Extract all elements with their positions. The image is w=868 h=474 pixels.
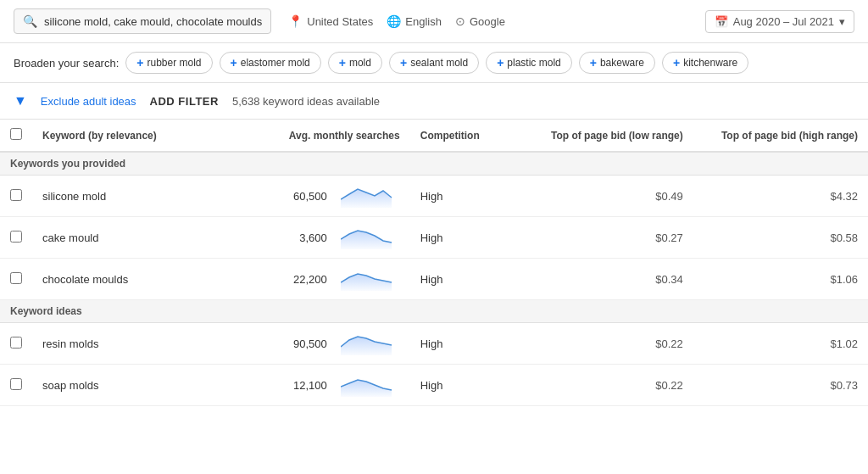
search-text: silicone mold, cake mould, chocolate mou… xyxy=(44,15,262,28)
keyword-cell: soap molds xyxy=(32,365,221,406)
row-checkbox-cell xyxy=(0,176,32,217)
keyword-cell: silicone mold xyxy=(32,176,221,217)
row-checkbox[interactable] xyxy=(10,189,22,201)
avg-value: 60,500 xyxy=(293,190,327,203)
location-label: United States xyxy=(307,15,373,28)
exclude-adult-link[interactable]: Exclude adult ideas xyxy=(41,95,136,108)
ideas-count: 5,638 keyword ideas available xyxy=(232,95,380,108)
broaden-chip-plastic-mold[interactable]: + plastic mold xyxy=(486,52,572,74)
sparkline-chart xyxy=(341,332,400,355)
bid-low-cell: $0.22 xyxy=(523,365,693,406)
engine-icon: ⊙ xyxy=(455,14,465,28)
funnel-icon: ▼ xyxy=(14,93,27,109)
plus-icon: + xyxy=(673,56,680,70)
calendar-icon: 📅 xyxy=(715,15,728,28)
competition-cell: High xyxy=(410,323,524,365)
chevron-down-icon: ▾ xyxy=(839,15,845,28)
avg-value: 22,200 xyxy=(293,273,327,286)
bid-high-cell: $0.73 xyxy=(693,365,868,406)
bid-low-cell: $0.34 xyxy=(523,259,693,300)
bid-high-cell: $0.58 xyxy=(693,217,868,259)
plus-icon: + xyxy=(400,56,407,70)
bid-high-cell: $1.02 xyxy=(693,323,868,365)
location-icon: 📍 xyxy=(288,14,303,28)
add-filter-button[interactable]: ADD FILTER xyxy=(150,95,219,108)
section-header-row: Keyword ideas xyxy=(0,300,868,323)
row-checkbox[interactable] xyxy=(10,337,22,349)
row-checkbox[interactable] xyxy=(10,272,22,284)
row-checkbox-cell xyxy=(0,323,32,365)
table-row: soap molds 12,100 xyxy=(0,365,868,406)
plus-icon: + xyxy=(231,56,237,70)
competition-cell: High xyxy=(410,176,524,217)
bid-low-cell: $0.27 xyxy=(523,217,693,259)
chip-label: sealant mold xyxy=(410,57,468,69)
th-avg-monthly: Avg. monthly searches xyxy=(221,120,410,152)
broaden-chip-sealant-mold[interactable]: + sealant mold xyxy=(389,52,479,74)
sparkline-chart xyxy=(341,184,400,208)
row-checkbox-cell xyxy=(0,259,32,300)
keywords-table: Keyword (by relevance) Avg. monthly sear… xyxy=(0,120,868,406)
avg-value: 12,100 xyxy=(293,379,327,392)
avg-value: 3,600 xyxy=(299,231,327,244)
broaden-chip-bakeware[interactable]: + bakeware xyxy=(579,52,655,74)
avg-monthly-cell: 3,600 xyxy=(221,217,410,259)
date-range-label: Aug 2020 – Jul 2021 xyxy=(733,15,834,28)
row-checkbox[interactable] xyxy=(10,378,22,390)
language-selector[interactable]: 🌐 English xyxy=(387,14,442,28)
th-bid-high: Top of page bid (high range) xyxy=(693,120,868,152)
language-icon: 🌐 xyxy=(387,14,401,28)
keyword-cell: chocolate moulds xyxy=(32,259,221,300)
th-competition: Competition xyxy=(410,120,524,152)
chip-label: rubber mold xyxy=(147,57,201,69)
broaden-bar: Broaden your search: + rubber mold + ela… xyxy=(0,43,868,83)
bid-low-cell: $0.22 xyxy=(523,323,693,365)
th-bid-low: Top of page bid (low range) xyxy=(523,120,693,152)
table-row: silicone mold 60,500 xyxy=(0,176,868,217)
avg-monthly-cell: 22,200 xyxy=(221,259,410,300)
date-range-selector[interactable]: 📅 Aug 2020 – Jul 2021 ▾ xyxy=(705,10,854,33)
th-keyword: Keyword (by relevance) xyxy=(32,120,221,152)
bid-low-cell: $0.49 xyxy=(523,176,693,217)
plus-icon: + xyxy=(590,56,597,70)
chip-label: mold xyxy=(349,57,371,69)
competition-cell: High xyxy=(410,365,524,406)
avg-monthly-cell: 12,100 xyxy=(221,365,410,406)
engine-label: Google xyxy=(470,15,505,28)
keyword-cell: cake mould xyxy=(32,217,221,259)
bid-high-cell: $1.06 xyxy=(693,259,868,300)
select-all-checkbox[interactable] xyxy=(10,128,22,140)
table-row: resin molds 90,500 xyxy=(0,323,868,365)
broaden-label: Broaden your search: xyxy=(14,57,119,70)
search-icon: 🔍 xyxy=(23,14,37,28)
avg-value: 90,500 xyxy=(293,337,327,350)
table-row: cake mould 3,600 xyxy=(0,217,868,259)
sparkline-chart xyxy=(341,373,400,397)
chip-label: kitchenware xyxy=(683,57,737,69)
row-checkbox[interactable] xyxy=(10,231,22,243)
location-selector[interactable]: 📍 United States xyxy=(288,14,373,28)
broaden-chip-kitchenware[interactable]: + kitchenware xyxy=(662,52,748,74)
section-label: Keyword ideas xyxy=(0,300,868,323)
engine-selector[interactable]: ⊙ Google xyxy=(455,14,505,28)
competition-cell: High xyxy=(410,259,524,300)
chip-label: bakeware xyxy=(600,57,644,69)
search-box[interactable]: 🔍 silicone mold, cake mould, chocolate m… xyxy=(14,8,271,34)
table-row: chocolate moulds 22,200 xyxy=(0,259,868,300)
chip-label: plastic mold xyxy=(507,57,560,69)
broaden-chip-elastomer-mold[interactable]: + elastomer mold xyxy=(220,52,321,74)
header-meta: 📍 United States 🌐 English ⊙ Google xyxy=(288,14,505,28)
search-bar: 🔍 silicone mold, cake mould, chocolate m… xyxy=(0,0,868,43)
section-header-row: Keywords you provided xyxy=(0,152,868,176)
chip-label: elastomer mold xyxy=(241,57,310,69)
table-header-row: Keyword (by relevance) Avg. monthly sear… xyxy=(0,120,868,152)
bid-high-cell: $4.32 xyxy=(693,176,868,217)
row-checkbox-cell xyxy=(0,217,32,259)
filter-bar: ▼ Exclude adult ideas ADD FILTER 5,638 k… xyxy=(0,83,868,120)
language-label: English xyxy=(405,15,442,28)
plus-icon: + xyxy=(136,56,143,70)
broaden-chip-rubber-mold[interactable]: + rubber mold xyxy=(125,52,212,74)
sparkline-chart xyxy=(341,226,400,249)
broaden-chip-mold[interactable]: + mold xyxy=(328,52,382,74)
plus-icon: + xyxy=(497,56,504,70)
